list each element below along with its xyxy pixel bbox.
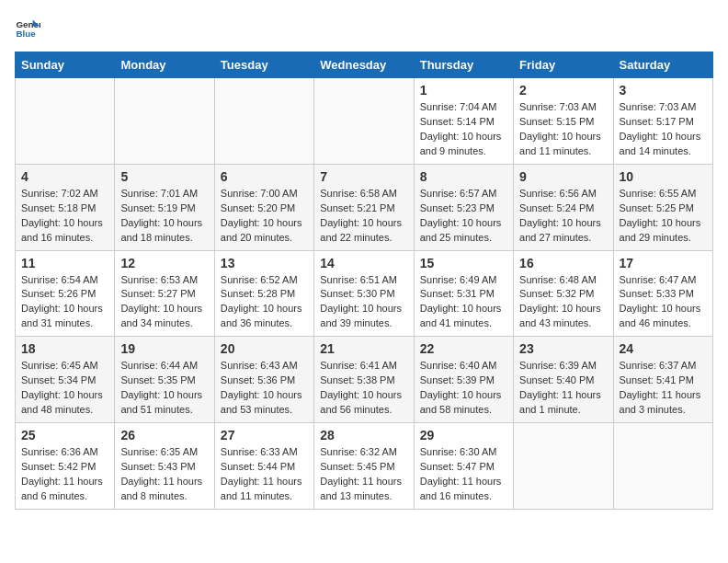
day-cell-7: 7Sunrise: 6:58 AM Sunset: 5:21 PM Daylig… [314, 164, 414, 250]
day-content: Sunrise: 6:41 AM Sunset: 5:38 PM Dayligh… [320, 359, 407, 418]
day-cell-2: 2Sunrise: 7:03 AM Sunset: 5:15 PM Daylig… [514, 78, 613, 165]
day-number: 25 [21, 428, 108, 442]
day-cell-4: 4Sunrise: 7:02 AM Sunset: 5:18 PM Daylig… [16, 164, 115, 250]
day-content: Sunrise: 6:43 AM Sunset: 5:36 PM Dayligh… [221, 359, 308, 418]
day-number: 21 [320, 341, 407, 356]
day-number: 15 [420, 256, 507, 270]
day-cell-12: 12Sunrise: 6:53 AM Sunset: 5:27 PM Dayli… [115, 250, 214, 337]
day-number: 19 [120, 341, 208, 356]
day-cell-8: 8Sunrise: 6:57 AM Sunset: 5:23 PM Daylig… [414, 164, 513, 250]
day-content: Sunrise: 6:39 AM Sunset: 5:40 PM Dayligh… [519, 359, 607, 418]
day-cell-13: 13Sunrise: 6:52 AM Sunset: 5:28 PM Dayli… [214, 250, 313, 337]
day-header-monday: Monday [115, 52, 214, 78]
day-number: 24 [620, 341, 707, 356]
day-number: 20 [221, 341, 308, 356]
day-number: 22 [420, 341, 507, 356]
day-content: Sunrise: 6:49 AM Sunset: 5:31 PM Dayligh… [420, 273, 507, 332]
day-content: Sunrise: 6:36 AM Sunset: 5:42 PM Dayligh… [21, 445, 108, 504]
day-cell-9: 9Sunrise: 6:56 AM Sunset: 5:24 PM Daylig… [514, 164, 613, 250]
day-number: 2 [519, 83, 607, 98]
day-number: 23 [519, 341, 607, 356]
day-content: Sunrise: 6:54 AM Sunset: 5:26 PM Dayligh… [21, 273, 108, 332]
day-content: Sunrise: 6:44 AM Sunset: 5:35 PM Dayligh… [120, 359, 208, 418]
day-number: 27 [221, 428, 308, 442]
day-cell-19: 19Sunrise: 6:44 AM Sunset: 5:35 PM Dayli… [115, 337, 214, 423]
day-cell-1: 1Sunrise: 7:04 AM Sunset: 5:14 PM Daylig… [414, 78, 513, 165]
day-content: Sunrise: 6:47 AM Sunset: 5:33 PM Dayligh… [620, 273, 707, 332]
day-header-wednesday: Wednesday [314, 52, 414, 78]
day-header-sunday: Sunday [16, 52, 115, 78]
empty-cell [514, 423, 613, 510]
day-number: 28 [320, 428, 407, 442]
day-header-thursday: Thursday [414, 52, 513, 78]
empty-cell [16, 78, 115, 165]
day-content: Sunrise: 6:33 AM Sunset: 5:44 PM Dayligh… [221, 445, 308, 504]
day-number: 1 [420, 83, 507, 98]
day-number: 10 [620, 169, 707, 184]
day-content: Sunrise: 6:30 AM Sunset: 5:47 PM Dayligh… [420, 445, 507, 504]
day-content: Sunrise: 6:53 AM Sunset: 5:27 PM Dayligh… [120, 273, 208, 332]
day-cell-17: 17Sunrise: 6:47 AM Sunset: 5:33 PM Dayli… [613, 250, 712, 337]
day-content: Sunrise: 6:40 AM Sunset: 5:39 PM Dayligh… [420, 359, 507, 418]
day-content: Sunrise: 6:48 AM Sunset: 5:32 PM Dayligh… [519, 273, 607, 332]
day-content: Sunrise: 6:45 AM Sunset: 5:34 PM Dayligh… [21, 359, 108, 418]
day-number: 3 [620, 83, 707, 98]
day-cell-24: 24Sunrise: 6:37 AM Sunset: 5:41 PM Dayli… [613, 337, 712, 423]
days-header-row: SundayMondayTuesdayWednesdayThursdayFrid… [16, 52, 713, 78]
day-content: Sunrise: 6:51 AM Sunset: 5:30 PM Dayligh… [320, 273, 407, 332]
day-number: 26 [120, 428, 208, 442]
day-header-friday: Friday [514, 52, 613, 78]
day-cell-5: 5Sunrise: 7:01 AM Sunset: 5:19 PM Daylig… [115, 164, 214, 250]
day-number: 17 [620, 256, 707, 270]
day-cell-27: 27Sunrise: 6:33 AM Sunset: 5:44 PM Dayli… [214, 423, 313, 510]
empty-cell [314, 78, 414, 165]
week-row-2: 4Sunrise: 7:02 AM Sunset: 5:18 PM Daylig… [16, 164, 713, 250]
day-number: 5 [120, 169, 208, 184]
day-number: 11 [21, 256, 108, 270]
day-content: Sunrise: 6:37 AM Sunset: 5:41 PM Dayligh… [620, 359, 707, 418]
day-cell-22: 22Sunrise: 6:40 AM Sunset: 5:39 PM Dayli… [414, 337, 513, 423]
day-content: Sunrise: 7:04 AM Sunset: 5:14 PM Dayligh… [420, 100, 507, 159]
day-number: 14 [320, 256, 407, 270]
day-number: 6 [221, 169, 308, 184]
day-cell-28: 28Sunrise: 6:32 AM Sunset: 5:45 PM Dayli… [314, 423, 414, 510]
day-content: Sunrise: 6:58 AM Sunset: 5:21 PM Dayligh… [320, 187, 407, 246]
day-number: 9 [519, 169, 607, 184]
day-cell-6: 6Sunrise: 7:00 AM Sunset: 5:20 PM Daylig… [214, 164, 313, 250]
day-content: Sunrise: 6:57 AM Sunset: 5:23 PM Dayligh… [420, 187, 507, 246]
day-number: 16 [519, 256, 607, 270]
week-row-5: 25Sunrise: 6:36 AM Sunset: 5:42 PM Dayli… [16, 423, 713, 510]
day-number: 13 [221, 256, 308, 270]
empty-cell [214, 78, 313, 165]
day-content: Sunrise: 7:02 AM Sunset: 5:18 PM Dayligh… [21, 187, 108, 246]
logo: General Blue [15, 15, 44, 40]
day-cell-23: 23Sunrise: 6:39 AM Sunset: 5:40 PM Dayli… [514, 337, 613, 423]
day-cell-14: 14Sunrise: 6:51 AM Sunset: 5:30 PM Dayli… [314, 250, 414, 337]
day-cell-15: 15Sunrise: 6:49 AM Sunset: 5:31 PM Dayli… [414, 250, 513, 337]
day-cell-21: 21Sunrise: 6:41 AM Sunset: 5:38 PM Dayli… [314, 337, 414, 423]
week-row-1: 1Sunrise: 7:04 AM Sunset: 5:14 PM Daylig… [16, 78, 713, 165]
day-content: Sunrise: 6:52 AM Sunset: 5:28 PM Dayligh… [221, 273, 308, 332]
day-cell-11: 11Sunrise: 6:54 AM Sunset: 5:26 PM Dayli… [16, 250, 115, 337]
day-cell-18: 18Sunrise: 6:45 AM Sunset: 5:34 PM Dayli… [16, 337, 115, 423]
calendar-table: SundayMondayTuesdayWednesdayThursdayFrid… [15, 52, 713, 510]
day-cell-10: 10Sunrise: 6:55 AM Sunset: 5:25 PM Dayli… [613, 164, 712, 250]
day-number: 8 [420, 169, 507, 184]
day-cell-3: 3Sunrise: 7:03 AM Sunset: 5:17 PM Daylig… [613, 78, 712, 165]
day-cell-16: 16Sunrise: 6:48 AM Sunset: 5:32 PM Dayli… [514, 250, 613, 337]
empty-cell [613, 423, 712, 510]
day-number: 4 [21, 169, 108, 184]
day-cell-20: 20Sunrise: 6:43 AM Sunset: 5:36 PM Dayli… [214, 337, 313, 423]
day-content: Sunrise: 6:55 AM Sunset: 5:25 PM Dayligh… [620, 187, 707, 246]
day-header-tuesday: Tuesday [214, 52, 313, 78]
day-content: Sunrise: 7:03 AM Sunset: 5:15 PM Dayligh… [519, 100, 607, 159]
day-content: Sunrise: 7:01 AM Sunset: 5:19 PM Dayligh… [120, 187, 208, 246]
week-row-4: 18Sunrise: 6:45 AM Sunset: 5:34 PM Dayli… [16, 337, 713, 423]
svg-text:Blue: Blue [16, 29, 36, 39]
day-content: Sunrise: 7:03 AM Sunset: 5:17 PM Dayligh… [620, 100, 707, 159]
logo-icon: General Blue [15, 15, 40, 40]
day-number: 18 [21, 341, 108, 356]
day-cell-29: 29Sunrise: 6:30 AM Sunset: 5:47 PM Dayli… [414, 423, 513, 510]
header: General Blue [15, 15, 713, 40]
empty-cell [115, 78, 214, 165]
